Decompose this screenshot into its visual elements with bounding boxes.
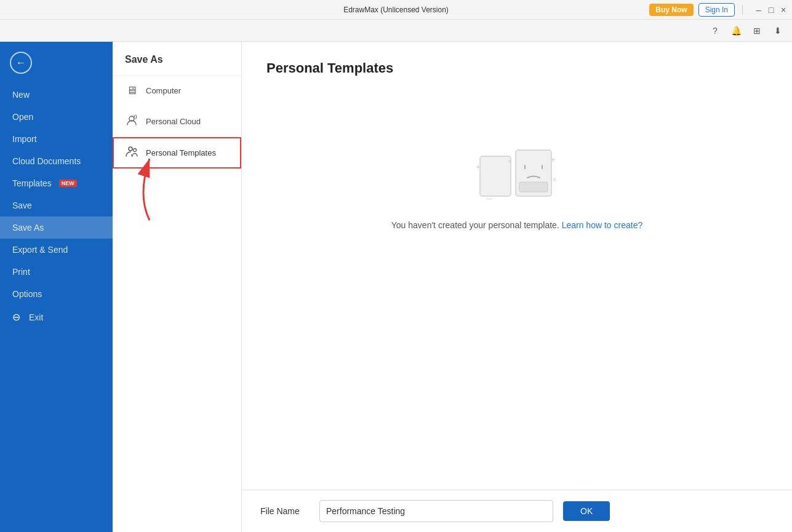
minimize-button[interactable]: – [755, 6, 762, 14]
ok-button[interactable]: OK [563, 501, 610, 521]
menu-item-personal-templates[interactable]: Personal Templates [113, 137, 241, 169]
restore-button[interactable]: □ [767, 6, 775, 14]
empty-message: You haven't created your personal templa… [391, 220, 559, 230]
mid-panel: Save As 🖥 Computer Personal Cloud [113, 42, 242, 532]
sidebar-item-templates-label: Templates [12, 178, 52, 188]
sidebar-item-save-as[interactable]: Save As [0, 216, 113, 239]
content-panel: Personal Templates [242, 42, 792, 532]
window-controls: – □ × [755, 6, 787, 14]
sidebar-item-exit-label: Exit [29, 312, 43, 322]
svg-text:+: + [476, 162, 481, 172]
svg-point-2 [134, 149, 137, 152]
sidebar-back: ← [0, 42, 113, 84]
learn-link[interactable]: Learn how to create? [562, 220, 643, 230]
sidebar-item-save-label: Save [12, 200, 32, 210]
sidebar-item-templates[interactable]: Templates NEW [0, 172, 113, 194]
content-inner: Personal Templates [242, 42, 792, 490]
menu-item-computer[interactable]: 🖥 Computer [113, 76, 241, 106]
buy-now-button[interactable]: Buy Now [649, 4, 693, 16]
svg-text:×: × [508, 158, 511, 165]
sidebar-item-import[interactable]: Import [0, 128, 113, 150]
svg-rect-9 [519, 182, 548, 192]
titlebar-right: Buy Now Sign In – □ × [649, 3, 787, 17]
svg-point-1 [129, 147, 132, 151]
sidebar-item-save-as-label: Save As [12, 223, 44, 232]
menu-item-personal-cloud[interactable]: Personal Cloud [113, 106, 241, 137]
svg-rect-5 [480, 156, 511, 196]
sidebar-item-new[interactable]: New [0, 84, 113, 106]
menu-item-personal-templates-label: Personal Templates [146, 148, 216, 157]
grid-icon[interactable]: ⊞ [750, 24, 764, 38]
menu-item-computer-label: Computer [146, 86, 181, 95]
download-icon[interactable]: ⬇ [771, 24, 785, 38]
personal-cloud-icon [125, 114, 138, 129]
sidebar-item-open[interactable]: Open [0, 106, 113, 128]
back-button[interactable]: ← [10, 52, 32, 74]
svg-text:×: × [553, 177, 556, 183]
sidebar-item-open-label: Open [12, 112, 33, 122]
empty-illustration: + × + × — [474, 144, 560, 208]
filename-input[interactable] [319, 500, 553, 522]
svg-text:+: + [551, 156, 555, 164]
sidebar-item-cloud-documents[interactable]: Cloud Documents [0, 150, 113, 172]
sign-in-button[interactable]: Sign In [698, 3, 735, 17]
save-as-title: Save As [113, 42, 241, 76]
close-button[interactable]: × [780, 6, 787, 14]
empty-text: You haven't created your personal templa… [391, 220, 642, 230]
personal-templates-icon [125, 146, 138, 160]
empty-state: + × + × — You haven't created your perso… [266, 95, 767, 230]
filename-label: File Name [260, 506, 310, 516]
bell-icon[interactable]: 🔔 [729, 24, 743, 38]
sidebar: ← New Open Import Cloud Documents Templa… [0, 42, 113, 532]
sidebar-item-print-label: Print [12, 267, 30, 277]
main-area: ← New Open Import Cloud Documents Templa… [0, 42, 792, 532]
content-title: Personal Templates [266, 60, 767, 76]
sidebar-item-cloud-documents-label: Cloud Documents [12, 156, 81, 166]
sidebar-item-print[interactable]: Print [0, 261, 113, 283]
sidebar-item-export-send[interactable]: Export & Send [0, 239, 113, 261]
help-icon[interactable]: ? [708, 24, 722, 38]
sidebar-item-exit[interactable]: ⊖ Exit [0, 305, 113, 329]
app-title: EdrawMax (Unlicensed Version) [343, 6, 449, 14]
sidebar-item-new-label: New [12, 90, 30, 100]
templates-new-badge: NEW [59, 180, 77, 187]
titlebar-divider [742, 5, 743, 15]
sidebar-item-import-label: Import [12, 134, 37, 144]
svg-text:—: — [486, 195, 492, 202]
sidebar-item-save[interactable]: Save [0, 194, 113, 216]
sidebar-item-export-send-label: Export & Send [12, 245, 68, 255]
titlebar: EdrawMax (Unlicensed Version) Buy Now Si… [0, 0, 792, 20]
icon-toolbar: ? 🔔 ⊞ ⬇ [0, 20, 792, 42]
sidebar-item-options-label: Options [12, 289, 42, 299]
filename-bar: File Name OK [242, 490, 792, 532]
sidebar-item-options[interactable]: Options [0, 283, 113, 305]
menu-item-personal-cloud-label: Personal Cloud [146, 117, 201, 126]
computer-icon: 🖥 [125, 84, 138, 97]
